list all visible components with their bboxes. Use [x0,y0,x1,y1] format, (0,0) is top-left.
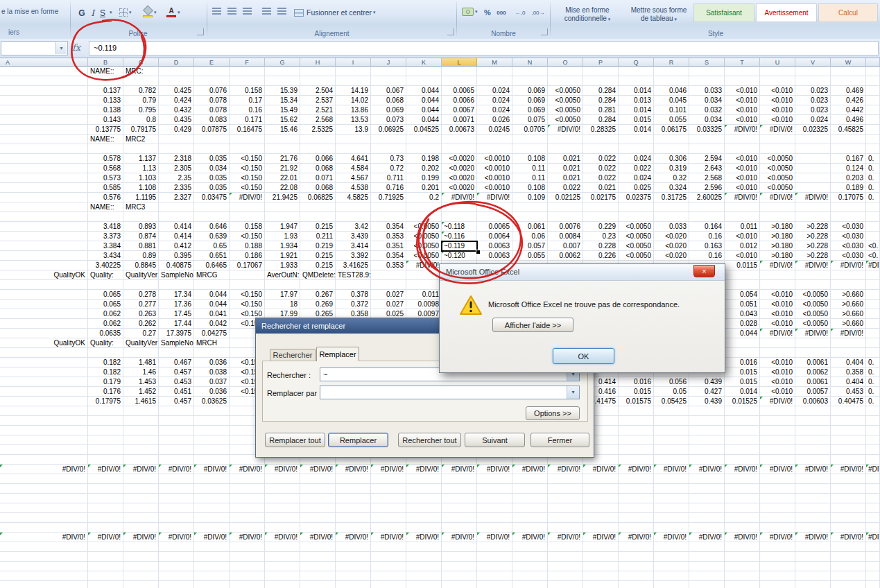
cell-R20[interactable]: <0.020 [654,251,689,261]
increase-decimal-button[interactable]: ←,0 [512,6,528,19]
cell-A10[interactable] [0,154,88,164]
cell-A26[interactable] [0,309,88,319]
cell-W19[interactable]: <0.030 [831,241,866,251]
cell-P49[interactable]: #DIV/0! [583,533,619,542]
cell-R16[interactable] [654,212,689,222]
cell-X30[interactable] [866,348,880,358]
cell-K8[interactable] [406,135,442,144]
cell-P54[interactable] [583,581,619,588]
cell-P46[interactable] [583,503,619,513]
cell-H15[interactable] [300,202,336,212]
cell-C16[interactable] [123,212,159,222]
cell-B20[interactable]: 3.434 [88,251,123,261]
cell-V13[interactable] [795,183,831,193]
cell-C31[interactable]: 1.481 [123,358,159,368]
cell-M13[interactable]: <0.0010 [477,183,512,193]
column-header-U[interactable]: U [760,58,795,67]
cell-G24[interactable]: 17.97 [265,290,300,300]
cell-C32[interactable]: 1.46 [123,368,159,377]
cell-Q51[interactable] [619,552,654,562]
cell-M19[interactable]: 0.0063 [477,241,512,251]
cell-P50[interactable] [583,542,619,552]
cell-U45[interactable] [760,494,795,503]
cell-H51[interactable] [300,552,336,562]
cell-J2[interactable] [371,76,406,86]
column-header-O[interactable]: O [548,58,583,67]
cell-G18[interactable]: 1.93 [265,232,300,241]
cell-B30[interactable] [88,348,123,358]
cell-S40[interactable] [689,445,725,455]
decrease-decimal-button[interactable]: ,00→ [529,6,547,19]
cell-T46[interactable] [725,503,760,513]
cell-A47[interactable] [0,513,88,523]
cell-S41[interactable] [689,455,725,465]
cell-K11[interactable]: 0.202 [406,164,442,173]
cell-J43[interactable] [371,474,406,484]
cell-I14[interactable]: 4.5825 [336,193,371,202]
cell-S11[interactable]: 2.643 [689,164,725,173]
cell-U2[interactable] [760,76,795,86]
cell-A15[interactable] [0,202,88,212]
merge-center-button[interactable]: Fusionner et centrer ▾ [294,6,375,19]
cell-G9[interactable] [265,144,300,154]
cell-E54[interactable] [194,581,230,588]
cell-N50[interactable] [512,542,548,552]
cell-C33[interactable]: 1.453 [123,377,159,387]
cell-U37[interactable] [760,416,795,426]
cell-T2[interactable] [725,76,760,86]
cell-X44[interactable] [866,484,880,494]
cell-N2[interactable] [512,76,548,86]
cell-S33[interactable]: 0.439 [689,377,725,387]
cell-C51[interactable] [123,552,159,562]
cell-L43[interactable] [442,474,477,484]
cell-D3[interactable]: 0.425 [159,86,194,96]
cell-N12[interactable]: 0.11 [512,173,548,183]
cell-O4[interactable]: <0.0050 [548,96,583,105]
ok-button[interactable]: OK [553,348,614,364]
cell-O50[interactable] [548,542,583,552]
cell-H19[interactable]: 0.219 [300,241,336,251]
cell-H13[interactable]: 0.068 [300,183,336,193]
find-next-button[interactable]: Suivant [465,433,525,447]
cell-C54[interactable] [123,581,159,588]
cell-K14[interactable]: 0.2 [406,193,442,202]
cell-G6[interactable]: 15.62 [265,115,300,125]
cell-H14[interactable]: 0.06825 [300,193,336,202]
cell-I13[interactable]: 4.538 [336,183,371,193]
cell-U8[interactable] [760,135,795,144]
cell-U22[interactable] [760,270,795,280]
cell-U1[interactable] [760,67,795,76]
cell-V29[interactable] [795,338,831,348]
cell-L5[interactable]: 0.0067 [442,105,477,115]
cell-X37[interactable] [866,416,880,426]
cell-S2[interactable] [689,76,725,86]
cell-Q15[interactable] [619,202,654,212]
cell-G7[interactable]: 15.46 [265,125,300,135]
cell-U5[interactable]: <0.010 [760,105,795,115]
cell-U51[interactable] [760,552,795,562]
cell-W5[interactable]: 0.442 [831,105,866,115]
cell-G46[interactable] [265,503,300,513]
align-left-button[interactable] [212,8,221,16]
cell-G43[interactable] [265,474,300,484]
cell-K3[interactable]: 0.044 [406,86,442,96]
cell-T47[interactable] [725,513,760,523]
cell-J7[interactable]: 0.06925 [371,125,406,135]
cell-O53[interactable] [548,571,583,581]
cell-N47[interactable] [512,513,548,523]
cell-P2[interactable] [583,76,619,86]
cell-L14[interactable]: #DIV/0! [442,193,477,202]
italic-button[interactable]: I [88,6,97,19]
cell-W35[interactable]: 0.40475 [831,397,866,406]
cell-X50[interactable] [866,542,880,552]
format-as-table-button[interactable]: Mettre sous forme de tableau▾ [623,4,695,25]
cell-G12[interactable]: 22.01 [265,173,300,183]
cell-V33[interactable]: 0.0061 [795,377,831,387]
cell-D53[interactable] [159,571,194,581]
cell-E46[interactable] [194,503,230,513]
cell-A6[interactable] [0,115,88,125]
cell-E41[interactable] [194,455,230,465]
cell-L45[interactable] [442,494,477,503]
cell-L1[interactable] [442,67,477,76]
cell-V8[interactable] [795,135,831,144]
